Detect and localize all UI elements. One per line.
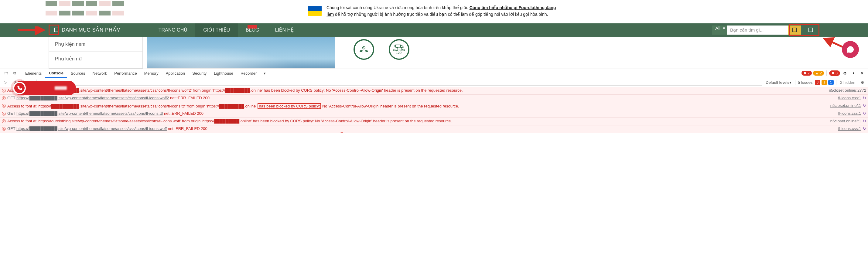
svg-point-6 (401, 47, 402, 48)
error-icon: ⓧ (2, 126, 7, 132)
notice-after: để hỗ trợ những người bị ảnh hưởng trực … (334, 12, 548, 17)
devtools-tab-memory[interactable]: Memory (141, 69, 162, 78)
error-icon: ⓧ (2, 119, 7, 124)
chat-fab[interactable] (842, 41, 859, 58)
phone-fab[interactable] (14, 81, 76, 95)
badge-delivery: GIAO HÀNG 120' (389, 39, 409, 60)
close-icon[interactable]: ✕ (858, 71, 866, 76)
issues-summary[interactable]: 5 Issues: 3 1 1 (795, 80, 834, 85)
ext-count: 3 (836, 71, 838, 75)
console-toolbar: ▷ ⊘ top ▾ ◉ Default levels ▾ 5 Issues: 3… (0, 78, 868, 87)
console-message[interactable]: GET https://f██████████.site/wp-content/… (7, 126, 836, 132)
error-icon: ⓧ (2, 88, 7, 94)
inspect-icon[interactable]: ⬚ (2, 71, 10, 76)
content-area: Phụ kiện nam Phụ kiện nữ $ GIAO HÀNG 120… (0, 37, 868, 69)
chat-icon (846, 45, 854, 54)
hands-money-icon: $ (359, 45, 369, 54)
console-row: ⓧGET https://f██████████.site/wp-content… (0, 95, 868, 102)
category-label: DANH MỤC SẢN PHẨM (62, 27, 121, 33)
top-notice-bar: Chúng tôi sát cánh cùng Ukraine và ước m… (0, 0, 868, 23)
levels-value: Default levels (766, 80, 789, 85)
device-toolbar-icon[interactable]: ⧉ (10, 71, 19, 76)
hero-banner[interactable] (147, 37, 335, 69)
refresh-icon[interactable]: ↻ (863, 103, 866, 108)
warn-count: 2 (820, 71, 822, 75)
issues-err-badge: 3 (815, 80, 820, 85)
filter-input[interactable] (52, 79, 762, 86)
notice-before: Chúng tôi sát cánh cùng Ukraine và ước m… (327, 5, 469, 10)
badge-delivery-l1: GIAO HÀNG (393, 49, 405, 51)
search-category-select[interactable]: All ▾ (712, 26, 727, 35)
svg-text:$: $ (363, 47, 365, 48)
console-message[interactable]: Access to font at 'https://f██████████.s… (7, 88, 827, 93)
console-row: ⓧAccess to font at 'https://fourclothing… (0, 118, 868, 125)
main-nav: DANH MỤC SẢN PHẨM TRANG CHỦ GIỚI THIỆU B… (0, 23, 868, 37)
error-icon: ⓧ (2, 103, 7, 109)
info-badges: $ GIAO HÀNG 120' (353, 37, 409, 69)
issues-label: 5 Issues: (798, 80, 814, 85)
sidebar-item[interactable]: Phụ kiện nam (49, 37, 143, 51)
console-message[interactable]: Access to font at 'https://f██████████.s… (7, 103, 828, 109)
devtools-tab-sources[interactable]: Sources (67, 69, 89, 78)
annotation-arrow-icon (327, 132, 345, 133)
console-message[interactable]: Access to font at 'https://fourclothing.… (7, 119, 828, 123)
ukraine-flag-icon (308, 6, 322, 16)
console-source-link[interactable]: n5closet.online/:1 (828, 103, 861, 108)
console-message[interactable]: GET https://f██████████.site/wp-content/… (7, 111, 836, 116)
console-source-link[interactable]: fl-icons.css:1 (836, 111, 861, 116)
chevron-down-icon: ▾ (723, 26, 725, 31)
console-row: ⓧAccess to font at 'https://f██████████.… (0, 87, 868, 95)
console-message[interactable]: GET https://f██████████.site/wp-content/… (7, 96, 836, 101)
warn-count-pill[interactable]: ▲ 2 (813, 71, 824, 76)
annotation-box (49, 25, 59, 35)
gear-icon[interactable]: ⚙ (859, 80, 866, 85)
svg-point-5 (397, 47, 398, 48)
devtools-tab-lighthouse[interactable]: Lighthouse (210, 69, 237, 78)
truck-icon (394, 44, 404, 49)
ext-error-pill[interactable]: ✖ 3 (829, 70, 840, 76)
devtools-tab-recorder[interactable]: Recorder (237, 69, 260, 78)
sidebar-item[interactable]: Phụ kiện nữ (49, 51, 143, 66)
nav-item-home[interactable]: TRANG CHỦ (151, 23, 195, 37)
play-icon[interactable]: ▷ (2, 80, 9, 85)
devtools-tab-security[interactable]: Security (189, 69, 210, 78)
issues-info-badge: 1 (828, 80, 834, 85)
console-row: ⓧGET https://f██████████.site/wp-content… (0, 125, 868, 133)
settings-gear-icon[interactable]: ⚙ (841, 71, 849, 76)
nav-item-blog[interactable]: BLOG (238, 23, 267, 37)
levels-select[interactable]: Default levels ▾ (765, 80, 793, 85)
refresh-icon[interactable]: ↻ (863, 96, 866, 101)
devtools-tab-performance[interactable]: Performance (111, 69, 140, 78)
console-row: ⓧGET https://f██████████.site/wp-content… (0, 110, 868, 118)
refresh-icon[interactable]: ↻ (863, 111, 866, 116)
error-count-pill[interactable]: ✖ 7 (802, 71, 812, 76)
annotation-arrow-icon (18, 26, 45, 36)
hidden-count[interactable]: 2 hidden (839, 80, 857, 85)
devtools-tab-application[interactable]: Application (162, 69, 189, 78)
badge-delivery-l2: 120' (396, 51, 402, 55)
refresh-icon[interactable]: ↻ (863, 126, 866, 132)
devtools-tab-network[interactable]: Network (89, 69, 111, 78)
badge-guarantee: $ (353, 39, 374, 60)
select-value: All (715, 26, 720, 31)
search-input[interactable] (727, 26, 788, 35)
chevron-down-icon[interactable]: ▾ (260, 71, 269, 76)
console-source-link[interactable]: fl-icons.css:1 (836, 96, 861, 101)
refresh-icon[interactable]: ↻ (863, 119, 866, 123)
nav-item-contact[interactable]: LIÊN HỆ (267, 23, 302, 37)
devtools-tab-console[interactable]: Console (45, 69, 67, 78)
console-source-link[interactable]: fl-icons.css:1 (836, 126, 861, 132)
nav-item-about[interactable]: GIỚI THIỆU (195, 23, 238, 37)
error-icon: ⓧ (2, 96, 7, 101)
category-menu-button[interactable]: DANH MỤC SẢN PHẨM (49, 23, 126, 37)
error-icon: ⓧ (2, 111, 7, 116)
console-source-link[interactable]: n5closet.online/:1 (828, 119, 861, 123)
phone-number (55, 86, 67, 90)
devtools-tab-elements[interactable]: Elements (22, 69, 45, 78)
console-source-link[interactable]: n5closet.online/:2772 (827, 88, 866, 93)
issues-warn-badge: 1 (822, 80, 827, 85)
more-icon[interactable]: ⋮ (849, 71, 858, 76)
console-row: ⓧAccess to font at 'https://f██████████.… (0, 102, 868, 110)
devtools-panel: ⬚ ⧉ ElementsConsoleSourcesNetworkPerform… (0, 69, 868, 133)
annotation-box (789, 24, 819, 36)
